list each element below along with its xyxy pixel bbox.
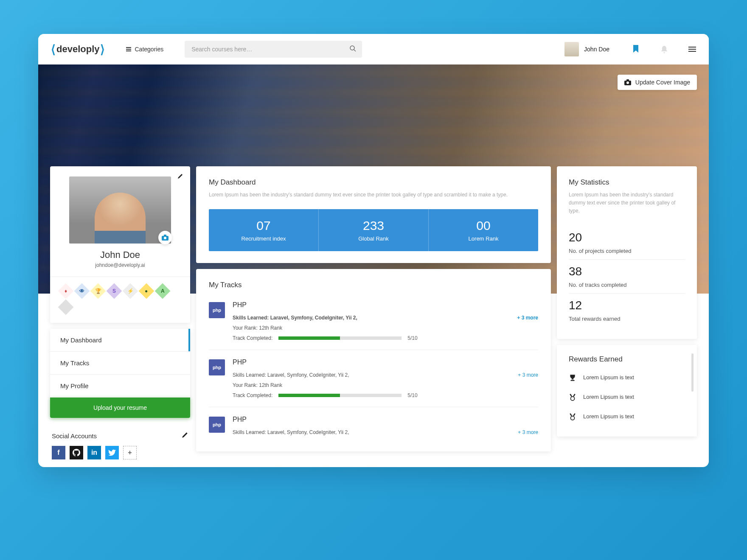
skill-badge xyxy=(58,300,74,315)
list-icon xyxy=(126,47,131,51)
hamburger-icon[interactable] xyxy=(688,47,696,52)
tracks-card: My Tracks phpPHPSkills Learned: Laravel,… xyxy=(196,269,551,451)
svg-point-0 xyxy=(350,46,354,50)
camera-icon xyxy=(162,235,168,241)
avatar-large xyxy=(69,176,171,244)
badges-row: ♦👁🏆S⚡●A xyxy=(60,286,180,313)
nav-item[interactable]: My Dashboard xyxy=(50,329,190,352)
logo-bracket-left: ⟨ xyxy=(51,42,56,56)
track-name: PHP xyxy=(233,416,538,423)
app-shell: ⟨ developly ⟩ Categories John Doe xyxy=(38,34,709,467)
upload-resume-button[interactable]: Upload your resume xyxy=(50,398,190,418)
scrollbar[interactable] xyxy=(691,353,694,392)
nav-card: My DashboardMy TracksMy ProfileUpload yo… xyxy=(50,329,190,418)
rewards-title: Rewards Earned xyxy=(569,355,685,364)
svg-point-5 xyxy=(626,81,629,84)
avatar-large-wrap xyxy=(69,176,171,244)
search-input[interactable] xyxy=(185,41,362,58)
skill-badge: ♦ xyxy=(58,283,74,299)
track-skills: Skills Learned: Laravel, Symfony, CodeIg… xyxy=(233,315,538,321)
bookmark-icon[interactable] xyxy=(632,45,641,53)
dashboard-stat: 07Recruitment index xyxy=(209,209,319,251)
svg-point-9 xyxy=(571,396,575,400)
svg-point-10 xyxy=(571,416,575,420)
more-skills-link[interactable]: + 3 more xyxy=(517,315,538,321)
reward-item: Lorem Lipsum is text xyxy=(569,407,685,426)
reward-text: Lorem Lipsum is text xyxy=(583,374,634,381)
edit-profile-icon[interactable] xyxy=(177,173,183,181)
svg-line-1 xyxy=(354,50,356,51)
reward-item: Lorem Lipsum is text xyxy=(569,387,685,407)
svg-rect-7 xyxy=(164,235,166,236)
social-link[interactable]: f xyxy=(52,446,65,459)
php-icon: php xyxy=(209,417,225,433)
search-icon[interactable] xyxy=(349,45,356,53)
divider xyxy=(50,277,190,277)
logo[interactable]: ⟨ developly ⟩ xyxy=(51,42,105,56)
search-wrap xyxy=(185,41,362,58)
more-skills-link[interactable]: + 3 more xyxy=(518,429,538,435)
reward-item: Lorem Lipsum is text xyxy=(569,368,685,387)
camera-icon xyxy=(624,79,631,85)
categories-link[interactable]: Categories xyxy=(126,46,163,53)
skill-badge: 👁 xyxy=(74,283,90,299)
svg-point-2 xyxy=(664,52,665,53)
track-progress-row: Track Completed:5/10 xyxy=(233,392,538,398)
svg-rect-4 xyxy=(626,79,629,81)
add-social-button[interactable]: + xyxy=(123,446,137,459)
edit-social-icon[interactable] xyxy=(182,431,188,440)
categories-label: Categories xyxy=(135,46,163,53)
dashboard-stat: 233Global Rank xyxy=(319,209,429,251)
statistics-subtitle: Lorem Ipsum has been the industry's stan… xyxy=(569,191,685,216)
progress-bar xyxy=(278,394,402,397)
left-column: John Doe johndoe@developly.ai ♦👁🏆S⚡●A My… xyxy=(50,166,190,467)
social-link[interactable] xyxy=(70,446,83,459)
track-item[interactable]: phpPHPSkills Learned: Laravel, Symfony, … xyxy=(209,350,538,407)
social-link[interactable] xyxy=(105,446,119,459)
skill-badge: S xyxy=(107,283,122,299)
track-name: PHP xyxy=(233,358,538,366)
social-row: fin+ xyxy=(52,446,188,459)
content: John Doe johndoe@developly.ai ♦👁🏆S⚡●A My… xyxy=(38,166,709,467)
nav-item[interactable]: My Profile xyxy=(50,375,190,398)
skill-badge: ● xyxy=(139,283,154,299)
change-photo-button[interactable] xyxy=(158,231,172,244)
track-item[interactable]: phpPHPSkills Learned: Laravel, Symfony, … xyxy=(209,293,538,350)
middle-column: My Dashboard Lorem Ipsum has been the in… xyxy=(196,166,551,467)
right-column: My Statistics Lorem Ipsum has been the i… xyxy=(557,166,697,467)
statistic-block: 38No. of tracks completed xyxy=(569,260,685,294)
update-cover-label: Update Cover Image xyxy=(635,79,690,86)
progress-text: 5/10 xyxy=(407,335,417,341)
dashboard-stat: 00Lorem Rank xyxy=(429,209,538,251)
dashboard-title: My Dashboard xyxy=(209,178,538,187)
user-name-header: John Doe xyxy=(584,46,609,53)
nav-item[interactable]: My Tracks xyxy=(50,352,190,375)
track-item[interactable]: phpPHPSkills Learned: Laravel, Symfony, … xyxy=(209,407,538,440)
logo-bracket-right: ⟩ xyxy=(100,42,105,56)
rewards-card: Rewards Earned Lorem Lipsum is textLorem… xyxy=(557,345,697,437)
statistics-card: My Statistics Lorem Ipsum has been the i… xyxy=(557,166,697,339)
dashboard-subtitle: Lorem Ipsum has been the industry's stan… xyxy=(209,191,538,199)
statistic-block: 20No. of projects completed xyxy=(569,226,685,260)
medal-icon xyxy=(569,393,576,401)
profile-email: johndoe@developly.ai xyxy=(60,262,180,268)
header: ⟨ developly ⟩ Categories John Doe xyxy=(38,34,709,64)
avatar-small xyxy=(564,42,579,56)
statistics-title: My Statistics xyxy=(569,178,685,187)
skill-badge: ⚡ xyxy=(123,283,138,299)
medal-icon xyxy=(569,413,576,420)
user-chip[interactable]: John Doe xyxy=(564,42,609,56)
skill-badge: A xyxy=(155,283,171,299)
bell-icon[interactable] xyxy=(660,45,669,53)
track-name: PHP xyxy=(233,301,538,309)
more-skills-link[interactable]: + 3 more xyxy=(518,372,538,378)
update-cover-button[interactable]: Update Cover Image xyxy=(618,75,697,90)
skill-badge: 🏆 xyxy=(90,283,106,299)
reward-text: Lorem Lipsum is text xyxy=(583,394,634,400)
track-rank: Your Rank: 12th Rank xyxy=(233,325,538,331)
track-skills: Skills Learned: Laravel, Symfony, CodeIg… xyxy=(233,372,538,378)
track-skills: Skills Learned: Laravel, Symfony, CodeIg… xyxy=(233,429,538,435)
svg-point-8 xyxy=(164,237,166,239)
social-link[interactable]: in xyxy=(87,446,101,459)
php-icon: php xyxy=(209,359,225,375)
